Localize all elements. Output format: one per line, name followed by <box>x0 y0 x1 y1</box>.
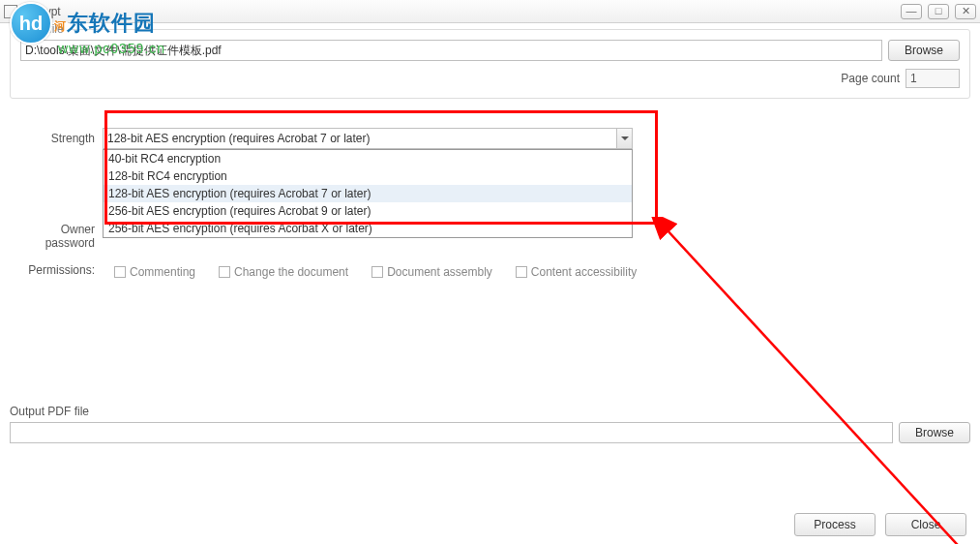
strength-selected[interactable] <box>103 128 633 149</box>
owner-password-label: Owner password <box>14 223 103 250</box>
permissions-checks: Commenting Change the document Document … <box>114 263 637 279</box>
page-count-label: Page count <box>841 72 900 85</box>
permission-change-document[interactable]: Change the document <box>219 265 348 279</box>
strength-combo[interactable]: 40-bit RC4 encryption 128-bit RC4 encryp… <box>103 128 633 149</box>
checkbox-icon <box>371 266 383 278</box>
process-button[interactable]: Process <box>794 513 876 536</box>
output-section: Output PDF file Browse <box>10 405 970 443</box>
bottom-bar: Process Close <box>794 513 966 536</box>
checkbox-icon <box>114 266 126 278</box>
close-button[interactable]: Close <box>885 513 966 536</box>
output-path-input[interactable] <box>10 422 893 443</box>
app-icon <box>4 5 17 18</box>
permission-label: Document assembly <box>387 265 492 279</box>
pdf-file-legend: PDF file <box>18 22 68 36</box>
minimize-button[interactable]: — <box>901 4 922 19</box>
strength-option[interactable]: 256-bit AES encryption (requires Acrobat… <box>104 202 632 220</box>
strength-dropdown: 40-bit RC4 encryption 128-bit RC4 encryp… <box>103 149 633 238</box>
strength-option[interactable]: 128-bit AES encryption (requires Acrobat… <box>104 185 632 202</box>
output-label: Output PDF file <box>10 405 970 418</box>
strength-label: Strength <box>14 132 103 145</box>
strength-option[interactable]: 256-bit AES encryption (requires Acorbat… <box>104 220 632 237</box>
permission-document-assembly[interactable]: Document assembly <box>371 265 492 279</box>
permission-label: Commenting <box>130 265 195 279</box>
strength-option[interactable]: 40-bit RC4 encryption <box>104 150 632 167</box>
permission-label: Content accessibility <box>531 265 637 279</box>
permissions-label: Permissions: <box>14 263 103 277</box>
browse-output-button[interactable]: Browse <box>899 422 970 443</box>
encryption-settings: Strength 40-bit RC4 encryption 128-bit R… <box>10 112 970 298</box>
maximize-button[interactable]: □ <box>928 4 949 19</box>
permission-content-accessibility[interactable]: Content accessibility <box>516 265 637 279</box>
window-title: Encrypt <box>21 5 901 18</box>
pdf-path-input[interactable] <box>20 40 882 61</box>
chevron-down-icon[interactable] <box>616 129 632 148</box>
titlebar: Encrypt — □ ✕ <box>0 0 980 23</box>
pdf-file-group: PDF file Browse Page count <box>10 29 970 99</box>
browse-pdf-button[interactable]: Browse <box>888 40 960 61</box>
strength-option[interactable]: 128-bit RC4 encryption <box>104 167 632 185</box>
window-controls: — □ ✕ <box>901 4 976 19</box>
checkbox-icon <box>516 266 527 278</box>
permission-label: Change the document <box>234 265 348 279</box>
page-count-input[interactable] <box>906 69 960 88</box>
close-window-button[interactable]: ✕ <box>955 4 976 19</box>
permission-commenting[interactable]: Commenting <box>114 265 195 279</box>
checkbox-icon <box>219 266 230 278</box>
